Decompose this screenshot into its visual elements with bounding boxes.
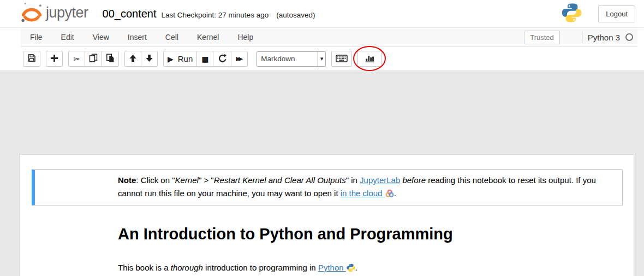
text-segment: : Click on " (136, 175, 175, 185)
text-segment: Kernel (175, 175, 199, 185)
menu-kernel[interactable]: Kernel (188, 28, 228, 46)
menu-edit[interactable]: Edit (52, 28, 84, 46)
play-icon: ▶ (168, 55, 174, 63)
floppy-disk-icon (27, 54, 36, 64)
menubar: File Edit View Insert Cell Kernel Help T… (21, 28, 637, 47)
note-callout: Note: Click on "Kernel" > "Restart Kerne… (32, 169, 623, 205)
kernel-separator (582, 31, 582, 43)
logout-button[interactable]: Logout (598, 5, 635, 22)
text-segment: thorough (171, 263, 203, 272)
header: jupyter 00_content Last Checkpoint: 27 m… (0, 0, 644, 28)
fast-forward-icon: ▶▶ (236, 56, 243, 62)
text-segment: . (394, 189, 396, 198)
title-area: 00_content Last Checkpoint: 27 minutes a… (103, 8, 315, 20)
text-segment: Restart Kernel and Clear All Outputs (214, 175, 346, 185)
menubar-right: Trusted Python 3 (524, 31, 637, 44)
notebook-page: Note: Click on "Kernel" > "Restart Kerne… (19, 154, 634, 276)
copy-icon (89, 54, 98, 64)
menu-help[interactable]: Help (228, 28, 263, 46)
python-icon (347, 263, 355, 272)
menu-cell[interactable]: Cell (156, 28, 188, 46)
scissors-icon: ✂ (74, 55, 80, 63)
toolbar: ✂ (0, 47, 644, 71)
text-segment: This book is a (118, 263, 171, 272)
paragraph-intro: This book is a thorough introduction to … (118, 261, 611, 274)
cell-type-value: Markdown (257, 55, 318, 63)
move-cell-up-button[interactable] (124, 51, 141, 67)
text-segment: " in (346, 175, 360, 185)
text-segment: introduction to programming in (203, 263, 318, 272)
save-button[interactable] (23, 51, 40, 67)
keyboard-icon (336, 54, 348, 64)
paste-button[interactable] (102, 51, 119, 67)
notebook-title[interactable]: 00_content (103, 8, 157, 20)
restart-kernel-button[interactable] (213, 51, 231, 67)
checkpoint-status: Last Checkpoint: 27 minutes ago (162, 11, 269, 19)
move-cell-down-button[interactable] (141, 51, 158, 67)
jupyter-wordmark: jupyter (46, 4, 88, 21)
menu-file[interactable]: File (21, 28, 52, 46)
run-button[interactable]: ▶ Run (163, 51, 197, 67)
jupyter-logo[interactable]: jupyter (21, 0, 88, 27)
menu-insert[interactable]: Insert (118, 28, 156, 46)
copy-button[interactable] (85, 51, 102, 67)
notebook-background: Note: Click on "Kernel" > "Restart Kerne… (0, 71, 644, 276)
text-segment: " > " (199, 175, 214, 185)
kernel-name: Python 3 (588, 33, 620, 42)
paste-icon (106, 54, 115, 64)
cut-button[interactable]: ✂ (68, 51, 85, 67)
plus-icon (50, 54, 58, 64)
text-segment: . (355, 263, 357, 272)
chart-button[interactable] (357, 51, 381, 67)
command-palette-button[interactable] (331, 51, 352, 67)
kernel-status-icon (625, 33, 633, 41)
autosave-status: (autosaved) (276, 11, 315, 19)
jupyter-logo-icon (21, 0, 43, 27)
arrow-down-icon (145, 54, 153, 64)
binder-icon (385, 189, 394, 198)
notebook-heading: An Introduction to Python and Programmin… (118, 225, 609, 243)
interrupt-kernel-button[interactable]: ■ (196, 51, 213, 67)
menu-view[interactable]: View (84, 28, 118, 46)
add-cell-button[interactable] (46, 51, 63, 67)
link-jupyterlab[interactable]: JupyterLab (360, 175, 400, 185)
header-right: Logout (562, 3, 635, 25)
text-segment: Note (118, 175, 136, 185)
cell-type-select[interactable]: Markdown ▼ (257, 51, 326, 67)
text-segment: before (402, 175, 426, 185)
link-python[interactable]: Python (318, 263, 346, 272)
select-arrow-icon: ▼ (318, 52, 325, 66)
trusted-badge[interactable]: Trusted (524, 31, 560, 44)
link-in-the-cloud[interactable]: in the cloud (341, 189, 385, 198)
restart-icon (217, 54, 227, 64)
run-label: Run (178, 54, 193, 63)
jupyter-notebook-window: jupyter 00_content Last Checkpoint: 27 m… (0, 0, 644, 276)
arrow-up-icon (129, 54, 137, 64)
stop-icon: ■ (201, 55, 208, 63)
python-logo-icon (562, 3, 582, 25)
bar-chart-icon (365, 54, 375, 64)
restart-run-all-button[interactable]: ▶▶ (231, 51, 248, 67)
